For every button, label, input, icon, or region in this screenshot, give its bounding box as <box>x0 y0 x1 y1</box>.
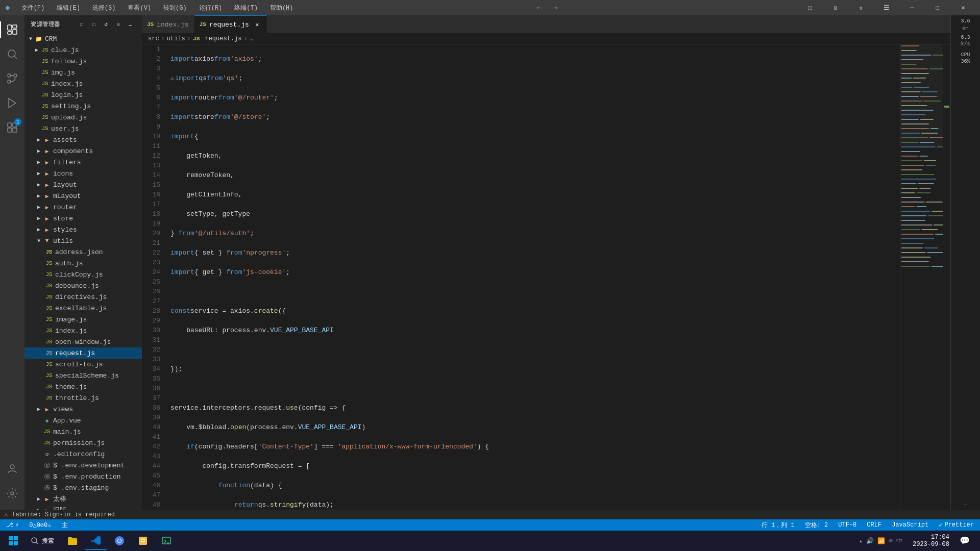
status-encoding[interactable]: UTF-8 <box>836 521 859 529</box>
menu-file[interactable]: 文件(F) <box>18 3 48 13</box>
tree-item-mlayout[interactable]: ▶ ▶ mLayout <box>24 190 142 202</box>
activity-debug[interactable] <box>0 91 24 115</box>
menu-edit[interactable]: 编辑(E) <box>54 3 83 13</box>
tree-item-image[interactable]: ▶ JS image.js <box>24 314 142 325</box>
taskbar-tray[interactable]: ▴ 🔊 📶 ⌨ 中 <box>853 532 909 550</box>
status-prettier[interactable]: ✓ Prettier <box>937 521 976 529</box>
layout-button2[interactable]: ☒ <box>824 0 847 15</box>
minimize-button[interactable]: ─ <box>900 0 924 15</box>
maximize-button[interactable]: ☐ <box>926 0 949 15</box>
status-lineending[interactable]: CRLF <box>865 521 884 529</box>
tree-item-views[interactable]: ▶ ▶ views <box>24 404 142 415</box>
tabnine-message[interactable]: Tabnine: Sign-in is required <box>12 511 115 518</box>
tree-item-components[interactable]: ▶ ▶ components <box>24 145 142 157</box>
tree-item-debounce[interactable]: ▶ JS debounce.js <box>24 280 142 291</box>
tree-item-setting[interactable]: ▶ JS setting.js <box>24 101 142 112</box>
status-linecol[interactable]: 行 1，列 1 <box>760 521 797 530</box>
tab-requestjs[interactable]: JS request.js ✕ <box>194 15 267 33</box>
new-file-button[interactable]: ☐ <box>77 19 87 30</box>
tree-item-editorconfig[interactable]: ▶ ⚙ .editorconfig <box>24 448 142 460</box>
activity-git[interactable] <box>0 66 24 91</box>
tree-item-store[interactable]: ▶ ▶ store <box>24 213 142 224</box>
tab-requestjs-close[interactable]: ✕ <box>253 20 261 29</box>
activity-settings[interactable] <box>0 481 24 506</box>
tree-item-appvue[interactable]: ▶ ◆ App.vue <box>24 415 142 426</box>
refresh-button[interactable]: ↺ <box>101 19 111 30</box>
menu-select[interactable]: 选择(S) <box>89 3 119 13</box>
tree-item-filters[interactable]: ▶ ▶ filters <box>24 157 142 168</box>
tree-item-envdev[interactable]: ▶ ⓔ $ .env.development <box>24 460 142 471</box>
tree-item-permissionjs[interactable]: ▶ JS permission.js <box>24 437 142 448</box>
tree-item-router[interactable]: ▶ ▶ router <box>24 202 142 213</box>
tree-item-openwindow[interactable]: ▶ JS open-window.js <box>24 336 142 347</box>
tab-indexjs[interactable]: JS index.js <box>142 15 194 33</box>
tree-item-img[interactable]: ▶ JS img.js <box>24 67 142 78</box>
tree-item-utils[interactable]: ▼ ▼ utils <box>24 235 142 246</box>
menu-run[interactable]: 运行(R) <box>196 3 226 13</box>
tree-item-scrollto[interactable]: ▶ JS scroll-to.js <box>24 359 142 370</box>
status-branch[interactable]: ⎇ ⚡ <box>4 521 21 529</box>
forward-button[interactable]: → <box>549 2 561 14</box>
start-button[interactable] <box>4 532 22 550</box>
activity-account[interactable] <box>0 457 24 481</box>
activity-search[interactable] <box>0 42 24 66</box>
layout-button4[interactable]: ☰ <box>875 0 898 15</box>
tree-item-theme[interactable]: ▶ JS theme.js <box>24 381 142 392</box>
tree-root-crm[interactable]: ▼ 📁 CRM <box>24 33 142 44</box>
taskbar-clock[interactable]: 17:04 2023-09-08 <box>913 534 949 548</box>
more-button[interactable]: … <box>126 19 136 30</box>
collapse-button[interactable]: ≡ <box>113 19 124 30</box>
menu-terminal[interactable]: 终端(T) <box>231 3 261 13</box>
tree-item-index-utils[interactable]: ▶ JS index.js <box>24 325 142 336</box>
breadcrumb-src[interactable]: src <box>148 35 159 42</box>
taskbar-chrome[interactable] <box>108 532 131 550</box>
tree-item-styles[interactable]: ▶ ▶ styles <box>24 224 142 235</box>
menu-goto[interactable]: 转到(G) <box>160 3 190 13</box>
tree-item-exceltable[interactable]: ▶ JS excelTable.js <box>24 303 142 314</box>
taskbar-files[interactable] <box>132 532 154 550</box>
status-language[interactable]: JavaScript <box>890 521 930 529</box>
tree-item-layout[interactable]: ▶ ▶ layout <box>24 179 142 190</box>
activity-explorer[interactable] <box>0 17 24 42</box>
tree-item-clickcopy[interactable]: ▶ JS clickCopy.js <box>24 269 142 280</box>
layout-button3[interactable]: ☣ <box>849 0 873 15</box>
code-content[interactable]: import axios from 'axios'; ⚠import qs fr… <box>166 44 900 510</box>
taskbar-search[interactable]: 搜索 <box>24 532 60 550</box>
tree-item-upload[interactable]: ▶ JS upload.js <box>24 112 142 123</box>
activity-extensions[interactable]: 1 <box>0 115 24 140</box>
tree-item-mainjs[interactable]: ▶ JS main.js <box>24 426 142 437</box>
menu-view[interactable]: 查看(V) <box>125 3 154 13</box>
layout-toggle-button[interactable]: ☐ <box>798 0 822 15</box>
tree-item-request[interactable]: ▶ JS request.js <box>24 347 142 359</box>
taskbar-explorer[interactable] <box>61 532 84 550</box>
tree-item-login[interactable]: ▶ JS login.js <box>24 89 142 101</box>
breadcrumb-utils[interactable]: utils <box>167 35 185 42</box>
tree-item-jiuban[interactable]: ▶ ▶ 旧版 <box>24 505 142 510</box>
menu-help[interactable]: 帮助(H) <box>267 3 297 13</box>
status-main[interactable]: 主 <box>60 521 70 530</box>
tree-item-follow[interactable]: ▶ JS follow.js <box>24 56 142 67</box>
back-button[interactable]: ← <box>533 2 545 14</box>
close-button[interactable]: ✕ <box>951 0 975 15</box>
tree-item-throttle[interactable]: ▶ JS throttle.js <box>24 392 142 404</box>
tree-item-taibangjin[interactable]: ▶ ▶ 太棒 <box>24 493 142 505</box>
tree-item-clue[interactable]: ▶ JS clue.js <box>24 44 142 56</box>
tree-item-auth[interactable]: ▶ JS auth.js <box>24 258 142 269</box>
tree-item-specialscheme[interactable]: ▶ JS specialScheme.js <box>24 370 142 381</box>
status-errors[interactable]: 0△0⊘0⚠ <box>27 521 53 529</box>
taskbar-notifications[interactable]: 💬 <box>953 532 976 550</box>
tree-item-envstaging[interactable]: ▶ ⓔ $ .env.staging <box>24 482 142 493</box>
tree-item-address[interactable]: ▶ JS address.json <box>24 246 142 258</box>
tree-item-icons[interactable]: ▶ ▶ icons <box>24 168 142 179</box>
new-folder-button[interactable]: ☐ <box>89 19 99 30</box>
tree-item-user[interactable]: ▶ JS user.js <box>24 123 142 134</box>
tree-item-index-crm[interactable]: ▶ JS index.js <box>24 78 142 89</box>
code-editor[interactable]: 12345 678910 1112131415 1617181920 21222… <box>142 44 900 510</box>
status-spaces[interactable]: 空格: 2 <box>803 521 830 530</box>
taskbar-vscode[interactable] <box>85 532 107 550</box>
tree-item-directives[interactable]: ▶ JS directives.js <box>24 291 142 303</box>
taskbar-terminal[interactable] <box>155 532 178 550</box>
tree-item-assets[interactable]: ▶ ▶ assets <box>24 134 142 145</box>
tree-item-envprod[interactable]: ▶ ⓔ $ .env.production <box>24 471 142 482</box>
breadcrumb-file[interactable]: JS request.js <box>193 35 241 42</box>
